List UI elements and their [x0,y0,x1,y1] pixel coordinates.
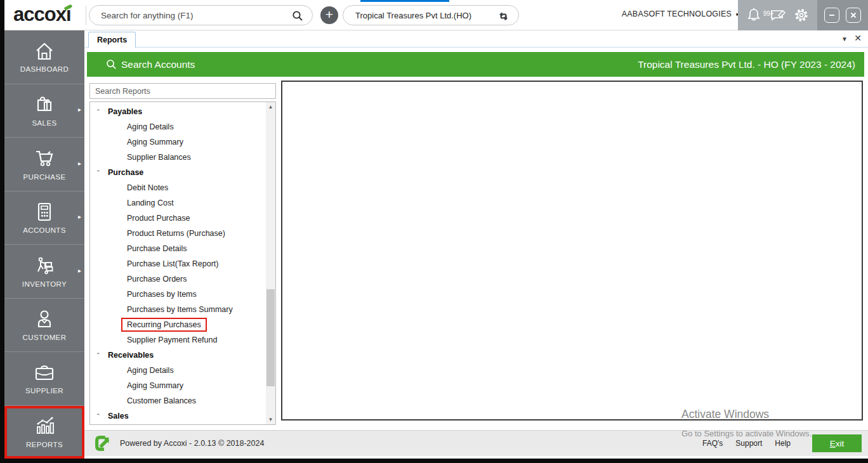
scroll-down-icon[interactable]: ▼ [266,415,275,424]
faq-link[interactable]: FAQ's [702,439,723,448]
progress-indicator [360,0,449,2]
support-link[interactable]: Support [735,439,762,448]
group-label: Sales [108,412,129,421]
submenu-arrow-icon: ▸ [78,106,81,113]
report-group-receivables[interactable]: ⌃ Receivables [90,348,275,363]
global-search-input[interactable]: Search for anything (F1) [89,5,313,25]
group-label: Purchase [108,168,143,177]
notifications-button[interactable]: 99+ [746,6,762,24]
report-item[interactable]: Aging Details [90,363,275,378]
report-group-sales[interactable]: ⌃ Sales [90,408,275,424]
report-item[interactable]: Product Returns (Purchase) [90,226,275,241]
report-group-payables[interactable]: ⌃ Payables [90,104,275,119]
reports-list: ⌃ Payables Aging Details Aging Summary S… [89,101,276,425]
search-accounts-button[interactable]: Search Accounts [106,59,195,70]
divider [86,6,86,25]
cart-icon [32,148,56,169]
report-item[interactable]: Purchases by Items [90,287,275,302]
report-item[interactable]: Purchase List(Tax Report) [90,256,275,271]
add-new-button[interactable]: + [320,6,338,24]
sidebar: DASHBOARD SALES ▸ PURCHASE ▸ [4,30,84,459]
report-item[interactable]: Customer Balances [90,393,275,408]
search-reports-placeholder: Search Reports [95,87,150,96]
submenu-arrow-icon: ▸ [78,267,81,274]
minimize-button[interactable] [824,8,839,23]
exit-button[interactable]: Exit [812,434,862,452]
window-edge-left [0,0,4,459]
gear-icon[interactable] [793,7,810,23]
sidebar-item-label: ACCOUNTS [23,226,66,234]
report-item[interactable]: Product Purchase [90,211,275,226]
accoxi-footer-logo [93,434,112,453]
search-icon[interactable] [292,10,303,22]
search-icon [106,59,117,70]
top-bar: accoxi Search for anything (F1) + Tropic… [4,0,868,30]
report-item[interactable]: Aging Summary [90,134,275,150]
tab-strip: Reports ▼ ✕ [84,30,868,48]
search-accounts-label: Search Accounts [121,59,195,70]
trolley-icon [33,255,56,277]
calculator-icon [34,201,55,223]
tab-list-caret-icon[interactable]: ▼ [841,36,848,42]
submenu-arrow-icon: ▸ [78,213,81,220]
sidebar-item-label: SALES [32,119,56,127]
sidebar-item-label: CUSTOMER [23,334,67,341]
highlighted-report-item[interactable]: Recurring Purchases [121,318,207,332]
report-item[interactable]: Supplier Balances [90,150,275,165]
report-item-recurring-purchases[interactable]: Recurring Purchases [90,317,275,332]
scrollbar-thumb[interactable] [266,289,275,386]
sidebar-item-purchase[interactable]: PURCHASE ▸ [4,138,84,192]
sidebar-item-label: SUPPLIER [25,387,63,395]
sidebar-item-supplier[interactable]: SUPPLIER [4,352,84,406]
report-group-purchase[interactable]: ⌃ Purchase [90,165,275,180]
help-link[interactable]: Help [775,439,791,448]
report-item[interactable]: Purchases by Items Summary [90,302,275,317]
sidebar-item-customer[interactable]: CUSTOMER [4,299,84,353]
report-preview-panel [281,81,863,421]
exit-label-rest: xit [836,439,845,448]
chart-icon [33,415,56,437]
company-fiscal-year-label: Tropical Treasures Pvt Ltd. - HO (FY 202… [638,59,855,70]
user-menu[interactable]: AABASOFT TECHNOLOGIES [622,10,732,18]
bell-icon [746,6,762,24]
report-item[interactable]: Aging Summary [90,378,275,393]
collapse-chevron-icon[interactable]: ⌃ [96,408,101,424]
notification-badge: 99+ [763,10,774,17]
sidebar-item-sales[interactable]: SALES ▸ [4,84,84,138]
logo-accent: i [66,3,71,25]
scrollbar[interactable]: ▲ ▼ [266,102,275,424]
sidebar-item-label: PURCHASE [23,173,65,181]
person-icon [34,308,55,330]
shopping-bag-icon [34,94,55,115]
sidebar-item-label: INVENTORY [22,280,67,288]
submenu-arrow-icon: ▸ [78,160,81,167]
group-label: Receivables [108,351,154,360]
sidebar-item-dashboard[interactable]: DASHBOARD [4,30,84,84]
collapse-chevron-icon[interactable]: ⌃ [96,165,101,180]
report-item[interactable]: Landing Cost [90,195,275,211]
search-reports-input[interactable]: Search Reports [89,83,276,99]
sidebar-item-inventory[interactable]: INVENTORY ▸ [4,245,84,299]
minimize-icon [828,11,836,19]
accoxi-logo: accoxi [13,3,71,26]
tab-reports[interactable]: Reports [88,32,136,48]
report-item[interactable]: Aging Details [90,119,275,134]
window-edge-bottom [0,459,868,463]
switch-company-icon[interactable] [497,10,510,22]
sidebar-item-accounts[interactable]: ACCOUNTS ▸ [4,192,84,245]
company-selector[interactable]: Tropical Treasures Pvt Ltd.(HO) [343,5,519,25]
report-item[interactable]: Supplier Payment Refund [90,332,275,348]
sidebar-item-label: REPORTS [26,441,63,448]
sidebar-item-reports[interactable]: REPORTS [4,406,84,459]
collapse-chevron-icon[interactable]: ⌃ [96,104,101,119]
tab-close-icon[interactable]: ✕ [854,33,862,43]
group-label: Payables [108,107,142,116]
scroll-up-icon[interactable]: ▲ [266,102,275,112]
report-item[interactable]: Debit Notes [90,180,275,195]
close-button[interactable] [846,8,861,23]
briefcase-icon [33,363,56,383]
report-item[interactable]: Purchase Details [90,241,275,256]
search-placeholder: Search for anything (F1) [101,11,194,20]
report-item[interactable]: Purchase Orders [90,271,275,287]
collapse-chevron-icon[interactable]: ⌃ [96,348,101,363]
